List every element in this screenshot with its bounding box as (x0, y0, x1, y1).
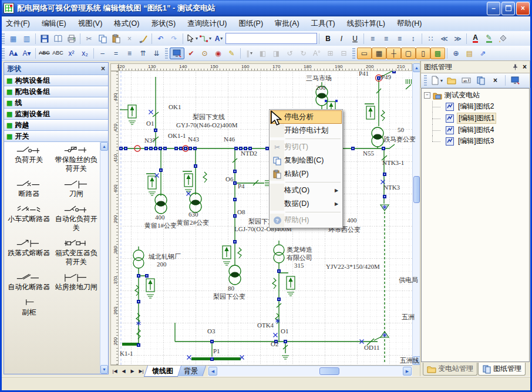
menu-item-4[interactable]: 形状(S) (145, 16, 181, 31)
decrease-font-button[interactable]: A▾ (20, 48, 33, 59)
bullets-button[interactable]: ∷ (424, 33, 437, 45)
copy-button[interactable] (96, 33, 109, 45)
tree-item[interactable]: [编辑]图纸2 (422, 101, 529, 112)
scrollbar-thumb[interactable] (319, 367, 339, 375)
context-menu-item-cut[interactable]: ✂剪切(T) (270, 140, 342, 154)
scrollbar-thumb[interactable] (413, 176, 420, 203)
tree-item[interactable]: [编辑]图纸4 (422, 124, 529, 136)
page-tab[interactable]: 馈线图 (144, 366, 181, 377)
gallery-scrollbar[interactable]: ▲ ▼ (100, 142, 108, 374)
print-preview-button[interactable] (51, 33, 65, 45)
print-button[interactable] (65, 33, 78, 45)
connector-tool-button[interactable]: ▾ (198, 33, 212, 45)
menu-item-6[interactable]: 图纸(P) (233, 16, 269, 31)
spacing-increase-button[interactable]: ⇈ (136, 48, 150, 59)
shape-item-cart-breaker[interactable]: 小车式断路器 (5, 204, 53, 232)
context-menu-item-format[interactable]: 格式(O)▶ (270, 184, 342, 197)
paste-button[interactable] (109, 33, 123, 45)
delete-button[interactable]: × (123, 33, 136, 45)
zoom-tool-button[interactable]: ⊕ (449, 48, 463, 59)
page-nav-0[interactable]: |◀ (110, 369, 119, 374)
new-drawing-button[interactable]: ▦ (6, 33, 20, 45)
font-color-button[interactable]: A (469, 33, 482, 45)
menu-item-3[interactable]: 格式(O) (108, 16, 145, 31)
outdent-button[interactable]: ≪ (437, 33, 451, 45)
minimize-button[interactable]: – (487, 2, 500, 15)
scroll-right-icon[interactable]: ▶ (403, 367, 412, 376)
no-strikethrough-button[interactable]: ABC (51, 48, 65, 59)
shape-item-knife-switch[interactable]: 刀闸 (53, 178, 100, 198)
rotate-right-button[interactable]: ↻ (297, 48, 310, 59)
approve-tool-button[interactable]: ✔ (184, 48, 198, 59)
cut-button[interactable]: ✂ (82, 33, 96, 45)
format-painter-button[interactable] (136, 33, 150, 45)
italic-button[interactable]: I (335, 33, 348, 45)
superscript-button[interactable]: x² (65, 48, 78, 59)
flip-horizontal-button[interactable]: ◧ (256, 48, 270, 59)
line-spacing-single-button[interactable]: – (96, 48, 109, 59)
save-button[interactable] (38, 33, 51, 45)
shape-item-station-ground-knife[interactable]: 站房接地刀闸 (53, 272, 100, 292)
scroll-down-icon[interactable]: ▼ (100, 365, 108, 374)
properties-tool-button[interactable]: ▤ (463, 48, 476, 59)
shape-group-3[interactable]: ▦监测设备组 (4, 109, 108, 120)
shape-item-auto-load-switch[interactable]: 自动化负荷开关 (53, 204, 100, 232)
shape-item-fuse-load-switch[interactable]: 带保险丝的负荷开关 (53, 144, 100, 173)
page-nav-2[interactable]: ▶ (128, 369, 137, 374)
spacing-decrease-button[interactable]: ⇊ (150, 48, 163, 59)
panel-tab[interactable]: 变电站管理 (423, 363, 477, 376)
note-tool-button[interactable]: ✎ (225, 48, 238, 59)
fill-color-button[interactable] (496, 33, 509, 45)
shape-group-5[interactable]: ▦开关 (4, 131, 108, 142)
highlight-color-button[interactable]: ✎ (482, 33, 496, 45)
pin-icon[interactable] (511, 63, 519, 71)
close-button[interactable]: × (516, 2, 530, 15)
text-tool-button[interactable]: A▾ (212, 33, 225, 45)
shape-item-auto-breaker[interactable]: 自动化断路器 (5, 272, 53, 292)
underline-button[interactable]: U (348, 33, 362, 45)
switch-substation-view-button[interactable] (509, 75, 522, 86)
shapes-close-icon[interactable]: × (101, 65, 105, 73)
shape-group-4[interactable]: ▦跨越 (4, 120, 108, 131)
selection-box-toggle-button[interactable]: ▢ (401, 48, 416, 59)
page-breaks-toggle-button[interactable]: ▯ (416, 48, 430, 59)
redo-button[interactable]: ↷ (167, 33, 181, 45)
shape-group-2[interactable]: ▦线 (4, 97, 108, 109)
menu-item-1[interactable]: 编辑(E) (36, 16, 72, 31)
shape-group-1[interactable]: ▦配电设备组 (4, 86, 108, 97)
menu-item-9[interactable]: 线损计算(L) (341, 16, 391, 31)
shape-item-box-transformer-switch[interactable]: 箱式变压器负荷开关 (53, 238, 100, 266)
menu-item-8[interactable]: 工具(T) (305, 16, 341, 31)
copy-drawing-button[interactable] (474, 75, 487, 86)
menu-item-0[interactable]: 文件(F) (0, 16, 36, 31)
ruler-toggle-button[interactable]: ▭ (357, 48, 372, 59)
page-nav-1[interactable]: ◀ (119, 369, 128, 374)
rotate-left-button[interactable]: ↺ (283, 48, 297, 59)
connector-arrows-tool-button[interactable]: ⇗ (476, 48, 490, 59)
scroll-left-icon[interactable]: ◀ (208, 367, 217, 376)
align-left-button[interactable]: ≡ (366, 33, 379, 45)
guides-toggle-button[interactable]: ┼ (386, 48, 401, 59)
menu-item-2[interactable]: 视图(V) (72, 16, 109, 31)
shape-item-breaker[interactable]: 断路器 (5, 178, 53, 198)
panel-tab[interactable]: 图纸管理 (478, 363, 526, 376)
strikethrough-button[interactable]: ABC (38, 48, 51, 59)
bold-button[interactable]: B (321, 33, 335, 45)
align-center-button[interactable]: ≡ (379, 33, 393, 45)
scroll-up-icon[interactable]: ▲ (100, 142, 108, 151)
align-right-button[interactable]: ≡ (393, 33, 406, 45)
shape-item-load-switch[interactable]: 负荷开关 (5, 144, 53, 173)
drawing-canvas[interactable]: 120130140150160170180190200210 430420410… (110, 63, 412, 365)
restore-button[interactable] (501, 2, 515, 15)
shape-item-side-cabinet[interactable]: 副柜 (5, 297, 53, 317)
subscript-button[interactable]: x₂ (78, 48, 92, 59)
group-shapes-button[interactable]: ⊞ (324, 48, 337, 59)
panel-close-icon[interactable]: × (523, 63, 527, 71)
pointer-tool-button[interactable]: ▾ (185, 33, 198, 45)
vertical-text-button[interactable]: ↕ (406, 33, 420, 45)
tree-expander-icon[interactable]: − (424, 92, 430, 99)
tree-item[interactable]: [编辑]图纸1 (422, 112, 529, 124)
line-spacing-15-button[interactable]: = (109, 48, 123, 59)
stamp-tool-button[interactable]: ◉ (211, 48, 225, 59)
context-menu-item-copy-drawing[interactable]: 复制绘图(C) (270, 154, 342, 167)
